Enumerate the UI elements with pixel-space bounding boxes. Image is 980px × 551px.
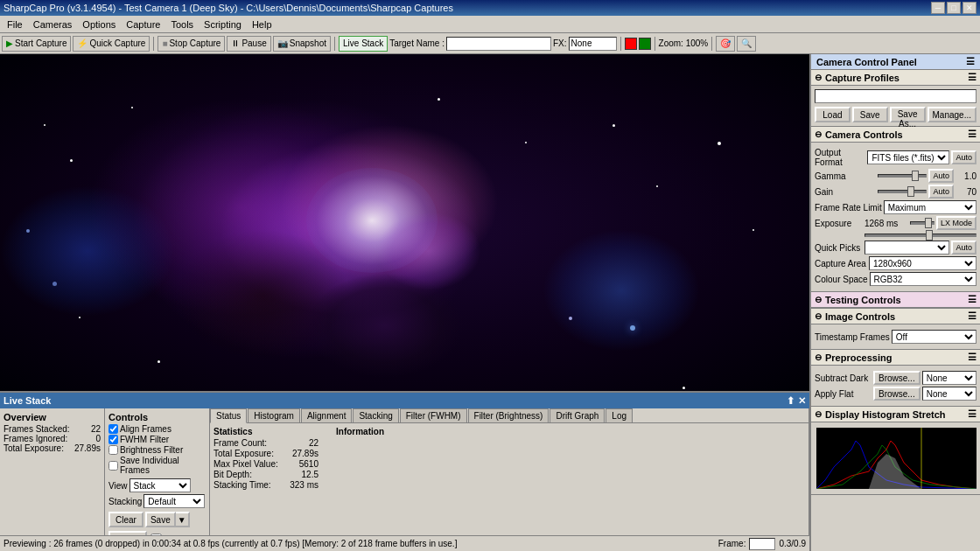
tab-alignment[interactable]: Alignment	[301, 408, 352, 422]
live-stack-button[interactable]: Live Stack	[339, 36, 388, 52]
camera-panel-menu-icon[interactable]: ☰	[966, 56, 975, 67]
capture-profiles-menu[interactable]: ☰	[968, 72, 976, 83]
tab-log[interactable]: Log	[606, 408, 633, 422]
star	[612, 124, 615, 127]
subtract-dark-browse[interactable]: Browse...	[873, 371, 920, 385]
save-button[interactable]: Save	[145, 512, 176, 527]
timestamp-frames-select[interactable]: Off	[892, 330, 976, 344]
gamma-label: Gamma	[815, 171, 876, 181]
exposure-fine-slider	[864, 232, 976, 239]
save-individual-label: Save Individual Frames	[120, 456, 206, 475]
stop-capture-button[interactable]: ■ Stop Capture	[158, 36, 225, 52]
target-name-label: Target Name :	[389, 38, 444, 48]
capture-area-select[interactable]: 1280x960	[869, 256, 976, 270]
exposure-fine-thumb[interactable]	[926, 230, 933, 241]
apply-flat-browse[interactable]: Browse...	[873, 387, 920, 401]
total-exposure-value: 27.89s	[74, 443, 101, 453]
gamma-slider-thumb[interactable]	[912, 171, 919, 181]
align-frames-checkbox[interactable]	[108, 424, 118, 434]
camera-controls-header: ⊖ Camera Controls ☰	[811, 127, 980, 143]
green-color-box	[639, 38, 651, 50]
menu-cameras[interactable]: Cameras	[28, 17, 78, 31]
testing-controls-menu[interactable]: ☰	[968, 294, 976, 305]
live-stack-close[interactable]: ✕	[798, 395, 806, 407]
target-name-input[interactable]	[446, 37, 551, 51]
minimize-button[interactable]: ─	[931, 2, 945, 14]
frame-count-row: Frame Count: 22	[214, 438, 318, 448]
tab-stacking[interactable]: Stacking	[353, 408, 398, 422]
brightness-filter-label: Brightness Filter	[120, 445, 183, 455]
tab-filter-brightness[interactable]: Filter (Brightness)	[468, 408, 550, 422]
save-dropdown[interactable]: ▼	[176, 512, 190, 527]
gain-slider-track	[878, 190, 927, 193]
close-button[interactable]: ✕	[962, 2, 976, 14]
profile-buttons: Load Save Save As... Manage...	[815, 107, 976, 122]
histogram-menu[interactable]: ☰	[968, 408, 976, 420]
gamma-auto[interactable]: Auto	[928, 169, 954, 183]
capture-profiles-collapse[interactable]: ⊖	[815, 73, 822, 82]
tab-drift-graph[interactable]: Drift Graph	[550, 408, 605, 422]
save-profile-button[interactable]: Save	[852, 107, 888, 122]
clear-button[interactable]: Clear	[108, 512, 144, 527]
profile-input[interactable]	[815, 89, 976, 103]
bit-depth-label: Bit Depth:	[214, 470, 252, 479]
histogram-collapse[interactable]: ⊖	[815, 409, 822, 419]
start-capture-button[interactable]: ▶ Start Capture	[2, 36, 71, 52]
gain-slider-thumb[interactable]	[907, 186, 914, 197]
snapshot-button[interactable]: 📷 Snapshot	[273, 36, 331, 52]
save-as-profile-button[interactable]: Save As...	[890, 107, 926, 122]
image-controls-collapse[interactable]: ⊖	[815, 311, 822, 321]
live-stack-collapse[interactable]: ⬆	[787, 395, 794, 407]
save-individual-checkbox[interactable]	[108, 461, 118, 471]
manage-profile-button[interactable]: Manage...	[928, 107, 976, 122]
tab-status[interactable]: Status	[210, 408, 247, 423]
apply-flat-select[interactable]: None	[922, 387, 976, 401]
frame-input[interactable]	[749, 538, 775, 550]
menu-options[interactable]: Options	[77, 17, 121, 31]
stacking-row: Stacking Default	[108, 494, 206, 508]
quick-capture-button[interactable]: ⚡ Quick Capture	[73, 36, 150, 52]
maximize-button[interactable]: □	[947, 2, 961, 14]
colour-space-select[interactable]: RGB32	[870, 272, 976, 286]
separator-3	[620, 37, 621, 51]
output-format-select[interactable]: FITS files (*.fits)	[867, 150, 949, 164]
tab-histogram[interactable]: Histogram	[248, 408, 300, 422]
camera-controls-collapse[interactable]: ⊖	[815, 129, 822, 139]
fx-input[interactable]	[569, 37, 617, 51]
target-icon-button[interactable]: 🎯	[716, 36, 735, 52]
histogram-header-left: ⊖ Display Histogram Stretch	[815, 409, 946, 420]
menu-file[interactable]: File	[2, 17, 28, 31]
brightness-filter-checkbox[interactable]	[108, 445, 118, 455]
search-button[interactable]: 🔍	[737, 36, 756, 52]
exposure-slider-thumb[interactable]	[925, 218, 932, 228]
subtract-dark-select[interactable]: None	[922, 371, 976, 385]
preprocessing-menu[interactable]: ☰	[968, 352, 976, 363]
frame-rate-select[interactable]: Maximum	[884, 200, 976, 214]
menu-scripting[interactable]: Scripting	[199, 17, 247, 31]
information-label: Information	[336, 427, 384, 436]
quick-picks-auto[interactable]: Auto	[951, 241, 976, 255]
menu-help[interactable]: Help	[247, 17, 277, 31]
nebula-cloud	[376, 212, 481, 290]
toolbar: ▶ Start Capture ⚡ Quick Capture ■ Stop C…	[0, 33, 980, 54]
gain-auto[interactable]: Auto	[928, 185, 954, 199]
stacking-select[interactable]: Default	[144, 494, 205, 508]
camera-controls-menu[interactable]: ☰	[968, 129, 976, 140]
menu-capture[interactable]: Capture	[121, 17, 165, 31]
tab-filter-fwhm[interactable]: Filter (FWHM)	[400, 408, 467, 422]
pause-button[interactable]: ⏸ Pause	[227, 36, 270, 52]
image-controls-menu[interactable]: ☰	[968, 310, 976, 322]
nebula-background	[0, 54, 809, 391]
quick-picks-select[interactable]	[864, 241, 949, 255]
view-select[interactable]: Stack	[130, 478, 191, 492]
testing-controls-collapse[interactable]: ⊖	[815, 295, 822, 304]
load-profile-button[interactable]: Load	[815, 107, 850, 122]
capture-profiles-label: Capture Profiles	[825, 73, 900, 83]
menu-tools[interactable]: Tools	[165, 17, 199, 31]
lx-mode-button[interactable]: LX Mode	[936, 216, 976, 230]
camera-control-panel-title: Camera Control Panel ☰	[811, 54, 980, 70]
preprocessing-collapse[interactable]: ⊖	[815, 352, 822, 362]
action-buttons: Clear Save ▼	[108, 512, 206, 527]
output-format-auto[interactable]: Auto	[951, 150, 976, 164]
fwhm-filter-checkbox[interactable]	[108, 435, 118, 444]
